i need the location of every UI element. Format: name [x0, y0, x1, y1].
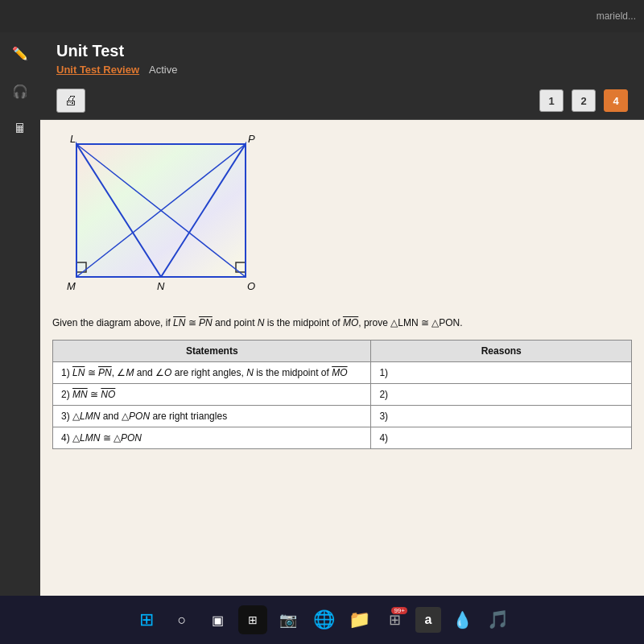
- table-row: 4) △LMN ≅ △PON 4): [53, 427, 632, 449]
- files-icon: 📁: [349, 609, 370, 630]
- top-bar-text: marield...: [597, 10, 636, 22]
- search-icon: ○: [178, 612, 187, 629]
- a-app-icon: a: [425, 613, 432, 627]
- page-title: Unit Test: [56, 42, 628, 60]
- print-button[interactable]: 🖨: [56, 89, 85, 113]
- reasons-header: Reasons: [371, 341, 632, 362]
- statement-2: 2) MN ≅ NO: [53, 384, 371, 406]
- edge-icon: 🌐: [313, 609, 335, 630]
- main-container: ✏️ 🎧 🖩 Unit Test Unit Test Review Active…: [0, 32, 644, 596]
- unit-test-review-link[interactable]: Unit Test Review: [56, 64, 139, 76]
- dropbox-icon: 💧: [452, 610, 473, 630]
- search-button[interactable]: ○: [167, 605, 196, 634]
- problem-text: Given the diagram above, if LN ≅ PN and …: [52, 316, 600, 330]
- page-1-button[interactable]: 1: [539, 89, 564, 112]
- print-icon: 🖨: [64, 93, 77, 108]
- files-button[interactable]: 📁: [345, 605, 374, 634]
- header-subtitle: Unit Test Review Active: [56, 64, 628, 76]
- task-view-button[interactable]: ▣: [203, 605, 232, 634]
- svg-text:N: N: [157, 280, 165, 292]
- edge-button[interactable]: 🌐: [309, 605, 338, 634]
- page-2-button[interactable]: 2: [572, 89, 596, 112]
- dropbox-button[interactable]: 💧: [448, 605, 477, 634]
- taskbar: ⊞ ○ ▣ ⊞ 📷 🌐 📁 ⊞ 99+ a 💧 🎵: [0, 596, 644, 644]
- statements-header: Statements: [53, 341, 371, 362]
- windows-start-button[interactable]: ⊞: [132, 605, 161, 634]
- page-4-button[interactable]: 4: [604, 89, 628, 112]
- table-row: 1) LN ≅ PN, ∠M and ∠O are right angles, …: [53, 362, 632, 384]
- reason-4: 4): [371, 427, 632, 449]
- notification-badge: 99+: [391, 607, 407, 614]
- proof-table: Statements Reasons 1) LN ≅ PN, ∠M and ∠O…: [52, 340, 632, 449]
- task-view-icon: ▣: [212, 613, 224, 628]
- store-button[interactable]: ⊞: [238, 605, 267, 634]
- calculator-icon[interactable]: 🖩: [7, 116, 33, 142]
- statement-3: 3) △LMN and △PON are right triangles: [53, 406, 371, 427]
- sidebar: ✏️ 🎧 🖩: [0, 32, 40, 596]
- apps-button[interactable]: ⊞ 99+: [380, 605, 409, 634]
- diagram-svg: L P M N O: [52, 132, 278, 309]
- svg-text:P: P: [248, 133, 255, 145]
- spotify-icon: 🎵: [487, 609, 509, 630]
- headphones-icon[interactable]: 🎧: [7, 78, 33, 104]
- reason-1: 1): [371, 362, 632, 384]
- worksheet-container: L P M N O Given the diagram above, if LN…: [40, 120, 644, 596]
- camera-icon: 📷: [279, 611, 297, 629]
- content-area: Unit Test Unit Test Review Active 🖨 1 2 …: [40, 32, 644, 596]
- statement-1: 1) LN ≅ PN, ∠M and ∠O are right angles, …: [53, 362, 371, 384]
- camera-button[interactable]: 📷: [274, 605, 303, 634]
- header: Unit Test Unit Test Review Active: [40, 32, 644, 82]
- store-icon: ⊞: [248, 613, 258, 626]
- toolbar: 🖨 1 2 4: [40, 82, 644, 120]
- reason-2: 2): [371, 384, 632, 406]
- svg-text:L: L: [70, 133, 76, 145]
- top-bar: marield...: [0, 0, 644, 32]
- windows-icon: ⊞: [139, 609, 154, 630]
- a-app-button[interactable]: a: [415, 607, 441, 633]
- table-row: 3) △LMN and △PON are right triangles 3): [53, 406, 632, 427]
- diagram-area: L P M N O: [52, 132, 632, 309]
- active-badge: Active: [149, 64, 177, 76]
- table-row: 2) MN ≅ NO 2): [53, 384, 632, 406]
- reason-3: 3): [371, 406, 632, 427]
- spotify-button[interactable]: 🎵: [483, 605, 512, 634]
- svg-text:M: M: [67, 280, 76, 292]
- pencil-icon[interactable]: ✏️: [7, 40, 33, 66]
- statement-4: 4) △LMN ≅ △PON: [53, 427, 371, 449]
- svg-text:O: O: [247, 280, 255, 292]
